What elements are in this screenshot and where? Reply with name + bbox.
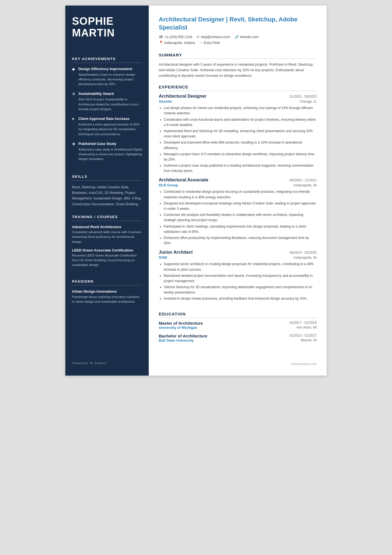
- achievement-title-text: Published Case Study: [78, 142, 116, 146]
- training-item: Advanced Revit Architecture Completed ad…: [72, 225, 142, 244]
- experience-item: Junior Architect 08/2019 - 05/2020 SOM I…: [159, 250, 317, 301]
- experience-bullet: Authored a project case study published …: [164, 163, 317, 174]
- job-title: Architectural Designer | Revit, Sketchup…: [159, 16, 317, 31]
- skills-title: SKILLS: [72, 174, 142, 181]
- edu-header: Master of Architecture 01/2017 - 01/2019: [159, 321, 317, 325]
- contact-row: ☎ +1-(234)-555-1234 ✉ help@enhancv.com 🔗…: [159, 35, 317, 39]
- achievement-item: ★ Published Case Study Authored a case s…: [72, 142, 142, 162]
- exp-sub-row: SOM Indianapolis, IN: [159, 255, 317, 260]
- achievement-title: ◆ Design Efficiency Improvement: [72, 67, 142, 71]
- experience-item: Architectural Designer 01/2022 - 09/2023…: [159, 94, 317, 174]
- education-item: Bachelor of Architecture 01/2013 - 01/20…: [159, 334, 317, 342]
- email-icon: ✉: [197, 35, 200, 39]
- experience-bullet: Implemented Revit and Sketchup for 3D mo…: [164, 129, 317, 139]
- achievement-item: ◆ Design Efficiency Improvement Spearhea…: [72, 67, 142, 87]
- passion-title: Urban Design Innovations: [72, 289, 142, 293]
- achievement-title: ♥ Client Approval Rate Increase: [72, 117, 142, 121]
- passion-desc: Passionate about exploring innovative so…: [72, 295, 142, 304]
- achievement-title-text: Design Efficiency Improvement: [78, 67, 132, 71]
- edu-degree: Bachelor of Architecture: [159, 334, 207, 338]
- exp-header: Architectural Associate 06/2020 - 12/202…: [159, 177, 317, 182]
- exp-sub-row: Gensler Chicago, IL: [159, 99, 317, 103]
- phone-text: +1-(234)-555-1234: [164, 35, 192, 39]
- achievement-icon: ☆: [72, 92, 76, 96]
- candidate-name: SOPHIE MARTIN: [72, 16, 142, 39]
- experience-bullet: Conducted site analysis and feasibility …: [164, 212, 317, 223]
- edu-location: Muncie, IN: [301, 338, 317, 342]
- achievement-desc: Won DLR Group's Sustainability in Archit…: [72, 97, 142, 112]
- exp-bullets: Supported senior architects in creating …: [159, 262, 317, 301]
- achievement-title-text: Client Approval Rate Increase: [78, 117, 130, 121]
- achievement-title-text: Sustainability Award: [78, 92, 114, 96]
- experience-bullet: Contributed to residential design projec…: [164, 189, 317, 200]
- main-footer: www.enhancv.com: [159, 354, 317, 366]
- exp-company: SOM: [159, 255, 167, 260]
- edu-school: University of Michigan: [159, 325, 197, 330]
- exp-sub-row: DLR Group Indianapolis, IN: [159, 183, 317, 187]
- achievement-desc: Authored a case study in Architectural D…: [72, 147, 142, 162]
- experience-item: Architectural Associate 06/2020 - 12/202…: [159, 177, 317, 246]
- website-contact: 🔗 linkedin.com: [235, 35, 259, 39]
- exp-company: Gensler: [159, 99, 172, 103]
- powered-by-label: Powered by: [72, 361, 88, 365]
- phone-icon: ☎: [159, 35, 163, 39]
- experience-bullet: Led design phases for mixed-use resident…: [164, 105, 317, 116]
- phone-contact: ☎ +1-(234)-555-1234: [159, 35, 192, 39]
- exp-bullets: Contributed to residential design projec…: [159, 189, 317, 246]
- experience-list: Architectural Designer 01/2022 - 09/2023…: [159, 94, 317, 305]
- star-outline-icon: ☆: [199, 41, 203, 45]
- edu-dates: 01/2013 - 01/2017: [290, 334, 317, 337]
- key-achievements-title: KEY ACHIEVEMENTS: [72, 57, 142, 63]
- experience-bullet: Supported senior architects in creating …: [164, 262, 317, 272]
- training-title: LEED Green Associate Certification: [72, 248, 142, 252]
- experience-section-title: EXPERIENCE: [159, 85, 317, 91]
- brand-logo-icon: ∞: [90, 361, 93, 366]
- exp-job-title: Architectural Associate: [159, 177, 208, 182]
- location-contact: 📍 Indianapolis, Indiana: [159, 41, 195, 45]
- exp-dates: 08/2019 - 05/2020: [290, 251, 317, 255]
- exp-location: Indianapolis, IN: [294, 183, 317, 187]
- email-contact: ✉ help@enhancv.com: [197, 35, 230, 39]
- link-icon: 🔗: [235, 35, 239, 39]
- passions-title: PASSIONS: [72, 279, 142, 285]
- edu-sub-row: University of Michigan Ann Arbor, MI: [159, 325, 317, 330]
- exp-bullets: Led design phases for mixed-use resident…: [159, 105, 317, 174]
- brand-name: Enhancv: [95, 361, 107, 365]
- training-list: Advanced Revit Architecture Completed ad…: [72, 225, 142, 272]
- summary-text: Architectural designer with 3 years of e…: [159, 62, 317, 78]
- experience-bullet: Designed and developed conceptual drawin…: [164, 201, 317, 211]
- achievement-desc: Achieved a client approval increase of 2…: [72, 122, 142, 137]
- footer-website: www.enhancv.com: [291, 362, 317, 366]
- exp-job-title: Junior Architect: [159, 250, 193, 255]
- extra-contact: ☆ Extra Field: [199, 41, 220, 45]
- training-desc: Received LEED Green Associate Certificat…: [72, 253, 142, 268]
- training-desc: Completed advanced skills course with Co…: [72, 230, 142, 244]
- exp-location: Indianapolis, IN: [294, 256, 317, 260]
- skills-text: Revit, Sketchup, Adobe Creative Suite, B…: [72, 184, 142, 207]
- achievement-icon: ♥: [72, 117, 76, 121]
- achievement-title: ☆ Sustainability Award: [72, 92, 142, 96]
- edu-sub-row: Ball State University Muncie, IN: [159, 338, 317, 342]
- training-item: LEED Green Associate Certification Recei…: [72, 248, 142, 268]
- achievement-desc: Spearheaded a team to enhance design eff…: [72, 72, 142, 87]
- edu-degree: Master of Architecture: [159, 321, 203, 325]
- training-title: Advanced Revit Architecture: [72, 225, 142, 229]
- exp-dates: 01/2022 - 09/2023: [290, 95, 317, 98]
- exp-header: Junior Architect 08/2019 - 05/2020: [159, 250, 317, 255]
- experience-bullet: Assisted in design review processes, pro…: [164, 296, 317, 301]
- education-item: Master of Architecture 01/2017 - 01/2019…: [159, 321, 317, 330]
- experience-bullet: Managed a project team of 5 members to s…: [164, 152, 317, 162]
- achievement-item: ☆ Sustainability Award Won DLR Group's S…: [72, 92, 142, 112]
- sidebar-footer: Powered by ∞ Enhancv: [72, 352, 142, 366]
- website-text: linkedin.com: [240, 35, 259, 39]
- email-text: help@enhancv.com: [201, 35, 230, 39]
- exp-location: Chicago, IL: [300, 100, 317, 103]
- experience-bullet: Participated in client meetings, transla…: [164, 224, 317, 235]
- experience-bullet: Developed and improved office-wide BIM p…: [164, 140, 317, 151]
- edu-header: Bachelor of Architecture 01/2013 - 01/20…: [159, 334, 317, 338]
- training-title: TRAINING / COURSES: [72, 215, 142, 221]
- exp-dates: 06/2020 - 12/2021: [290, 178, 317, 182]
- exp-header: Architectural Designer 01/2022 - 09/2023: [159, 94, 317, 99]
- passions-list: Urban Design Innovations Passionate abou…: [72, 289, 142, 304]
- achievement-title: ★ Published Case Study: [72, 142, 142, 146]
